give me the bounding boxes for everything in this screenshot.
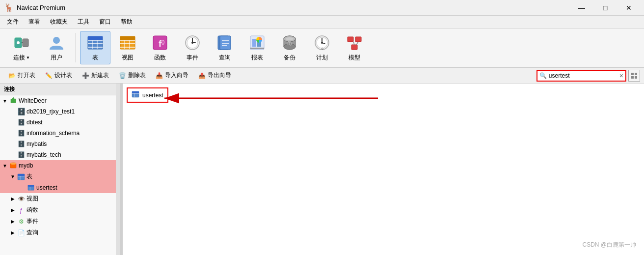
table-group-icon xyxy=(17,173,25,181)
main-area: 连接 ▼ WhiteDeer 🗄️ db2019_rjxy_test1 🗄️ d… xyxy=(0,84,644,255)
tree-item-dbtest[interactable]: 🗄️ dbtest xyxy=(0,117,120,128)
tree-item-db2019[interactable]: 🗄️ db2019_rjxy_test1 xyxy=(0,106,120,117)
toolbar-divider-1 xyxy=(76,33,76,62)
tree-label: 表 xyxy=(27,172,32,181)
model-label: 模型 xyxy=(349,54,360,62)
toolbar-btn-view[interactable]: 视图 xyxy=(112,31,143,64)
svg-rect-28 xyxy=(220,36,231,50)
svg-point-1 xyxy=(17,41,20,44)
import-label: 导入向导 xyxy=(165,71,188,80)
backup-icon: 8) xyxy=(281,34,298,52)
toolbar-btn-func[interactable]: f () 函数 xyxy=(145,31,175,64)
tree-item-whitedeer[interactable]: ▼ WhiteDeer xyxy=(0,95,120,106)
tree-item-events-group[interactable]: ▶ ⚙ 事件 xyxy=(0,216,120,227)
view-icon xyxy=(119,34,136,52)
export-wizard-button[interactable]: 📤 导出向导 xyxy=(194,69,236,82)
delete-table-icon: 🗑️ xyxy=(119,72,126,79)
tree-item-mybatis-tech[interactable]: 🗄️ mybatis_tech xyxy=(0,149,120,160)
tree-item-mydb[interactable]: ▼ mydb xyxy=(0,160,120,171)
db-icon xyxy=(9,162,17,170)
tree-item-usertest[interactable]: usertest xyxy=(0,182,120,193)
import-icon: 📥 xyxy=(156,72,163,79)
tree-label: 事件 xyxy=(27,217,38,226)
tree-item-queries-group[interactable]: ▶ 📄 查询 xyxy=(0,227,120,238)
search-icon: 🔍 xyxy=(539,72,547,79)
action-bar-right: 🔍 × xyxy=(537,70,640,82)
sidebar-scrollbar[interactable] xyxy=(116,84,120,255)
table-item-icon xyxy=(27,184,35,192)
import-wizard-button[interactable]: 📥 导入向导 xyxy=(151,69,193,82)
svg-rect-51 xyxy=(351,45,357,50)
svg-point-47 xyxy=(321,42,323,44)
svg-point-60 xyxy=(10,163,16,165)
db-icon: 🗄️ xyxy=(17,151,25,159)
maximize-button[interactable]: □ xyxy=(594,0,617,16)
svg-line-52 xyxy=(353,42,354,45)
expand-toggle: ▶ xyxy=(10,230,16,235)
delete-table-button[interactable]: 🗑️ 删除表 xyxy=(114,69,150,82)
tree-item-tables-group[interactable]: ▼ 表 xyxy=(0,171,120,182)
open-table-button[interactable]: 📂 打开表 xyxy=(4,69,40,82)
close-button[interactable]: ✕ xyxy=(617,0,640,16)
report-icon xyxy=(248,34,266,52)
toolbar-btn-event[interactable]: 事件 xyxy=(177,31,208,64)
table-item-icon xyxy=(132,90,139,100)
svg-rect-18 xyxy=(120,36,135,40)
search-clear-button[interactable]: × xyxy=(619,72,623,80)
new-table-icon: ➕ xyxy=(82,72,89,79)
tree-item-mybatis[interactable]: 🗄️ mybatis xyxy=(0,139,120,149)
minimize-button[interactable]: — xyxy=(570,0,593,16)
design-table-button[interactable]: ✏️ 设计表 xyxy=(41,69,77,82)
tree-label: information_schema xyxy=(27,130,80,137)
title-bar-left: 🦌 Navicat Premium xyxy=(4,3,65,12)
toolbar-btn-report[interactable]: 报表 xyxy=(242,31,272,64)
content-table-item-usertest[interactable]: usertest xyxy=(127,87,168,103)
toolbar-btn-table[interactable]: 表 xyxy=(80,31,110,64)
svg-rect-33 xyxy=(252,39,256,47)
view-label: 视图 xyxy=(122,54,134,62)
open-table-icon: 📂 xyxy=(8,72,16,79)
svg-rect-56 xyxy=(631,76,634,79)
toolbar-btn-user[interactable]: 用户 xyxy=(41,31,72,64)
tree-label: mydb xyxy=(19,162,33,169)
func-icon: f () xyxy=(151,34,169,52)
toolbar-btn-query[interactable]: 查询 xyxy=(210,31,240,64)
svg-rect-68 xyxy=(28,185,34,187)
menu-item-help[interactable]: 帮助 xyxy=(116,16,137,28)
schedule-icon: ⚙ xyxy=(313,34,331,52)
toolbar-btn-connect[interactable]: 连接 ▼ xyxy=(4,31,39,64)
watermark: CSDN @白鹿第一帅 xyxy=(582,241,636,249)
svg-text:8): 8) xyxy=(288,41,292,46)
menu-item-tools[interactable]: 工具 xyxy=(73,16,94,28)
toolbar-btn-schedule[interactable]: ⚙ 计划 xyxy=(307,31,337,64)
tree-item-funcs-group[interactable]: ▶ ƒ 函数 xyxy=(0,204,120,216)
open-table-label: 打开表 xyxy=(18,71,35,80)
menu-item-view[interactable]: 查看 xyxy=(24,16,45,28)
svg-rect-11 xyxy=(88,36,103,40)
tree-label: 视图 xyxy=(27,195,38,203)
event-group-icon: ⚙ xyxy=(17,218,25,226)
new-table-button[interactable]: ➕ 新建表 xyxy=(78,69,113,82)
expand-toggle: ▶ xyxy=(10,207,16,213)
menu-item-favorites[interactable]: 收藏夹 xyxy=(45,16,73,28)
menu-item-window[interactable]: 窗口 xyxy=(94,16,116,28)
search-input[interactable] xyxy=(549,72,617,79)
delete-table-label: 删除表 xyxy=(128,71,146,80)
db-icon: 🗄️ xyxy=(17,140,25,148)
expand-toggle: ▼ xyxy=(10,174,16,179)
tree-label: 查询 xyxy=(27,228,38,237)
toolbar-btn-model[interactable]: 模型 xyxy=(339,31,370,64)
model-icon xyxy=(346,34,363,52)
design-table-label: 设计表 xyxy=(54,71,72,80)
svg-rect-55 xyxy=(635,73,637,75)
tree-item-views-group[interactable]: ▶ 👁️ 视图 xyxy=(0,193,120,204)
toolbar-btn-backup[interactable]: 8) 备份 xyxy=(274,31,305,64)
view-group-icon: 👁️ xyxy=(17,195,25,203)
menu-item-file[interactable]: 文件 xyxy=(2,16,24,28)
svg-rect-2 xyxy=(23,39,28,47)
svg-rect-64 xyxy=(18,174,25,176)
grid-view-button[interactable] xyxy=(628,70,640,82)
tree-item-information-schema[interactable]: 🗄️ information_schema xyxy=(0,128,120,139)
svg-rect-54 xyxy=(631,73,634,75)
tree-label: mybatis xyxy=(27,141,47,147)
